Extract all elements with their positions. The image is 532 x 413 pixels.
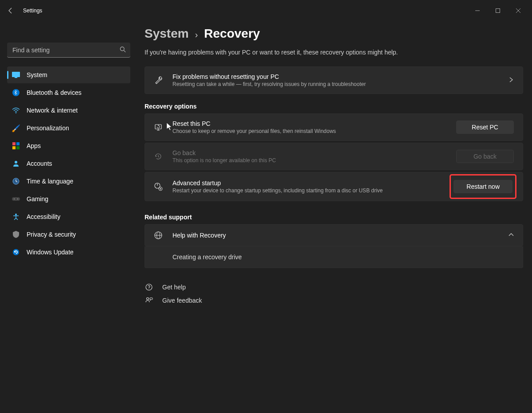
highlight-annotation: Restart now: [450, 174, 516, 199]
sidebar-item-system[interactable]: System: [7, 66, 130, 83]
svg-rect-1: [496, 9, 500, 13]
sidebar-item-update[interactable]: Windows Update: [7, 244, 130, 261]
breadcrumb-parent[interactable]: System: [145, 27, 189, 41]
maximize-button[interactable]: [488, 4, 508, 18]
sidebar-item-label: Network & internet: [27, 107, 78, 114]
card-title: Fix problems without resetting your PC: [172, 73, 503, 80]
svg-point-7: [16, 113, 16, 113]
history-icon: [154, 152, 163, 161]
svg-point-12: [15, 161, 17, 164]
card-title: Reset this PC: [172, 120, 456, 127]
sidebar-item-apps[interactable]: Apps: [7, 137, 130, 154]
chevron-right-icon: [509, 77, 514, 84]
shield-icon: [12, 230, 20, 239]
sidebar-item-label: Personalization: [27, 125, 69, 132]
sidebar-item-label: Windows Update: [27, 249, 74, 256]
advanced-startup-card: Advanced startup Restart your device to …: [145, 172, 523, 201]
sidebar-item-label: Bluetooth & devices: [27, 89, 82, 96]
back-button[interactable]: [4, 4, 18, 18]
help-icon: [145, 283, 153, 291]
wrench-icon: [154, 76, 163, 85]
update-icon: [12, 248, 20, 257]
svg-rect-8: [12, 142, 16, 145]
minimize-button[interactable]: [467, 4, 488, 18]
svg-point-15: [14, 199, 15, 199]
wifi-icon: [12, 106, 20, 115]
sidebar-item-time[interactable]: Time & language: [7, 173, 130, 190]
link-label: Get help: [162, 284, 186, 291]
sidebar-item-personalization[interactable]: 🖌️ Personalization: [7, 120, 130, 136]
window-title: Settings: [23, 8, 42, 14]
titlebar: Settings: [0, 0, 532, 21]
card-title: Help with Recovery: [172, 232, 503, 239]
bluetooth-icon: [12, 88, 20, 97]
reset-pc-icon: [154, 123, 163, 132]
sidebar-item-label: Apps: [27, 142, 41, 149]
sidebar-item-label: Accounts: [27, 160, 52, 167]
section-heading-related: Related support: [145, 214, 523, 221]
support-links: Get help Give feedback: [145, 281, 523, 307]
svg-rect-10: [12, 146, 16, 149]
reset-pc-card: Reset this PC Choose to keep or remove y…: [145, 113, 523, 141]
sidebar-item-network[interactable]: Network & internet: [7, 102, 130, 119]
sidebar-item-label: System: [27, 71, 47, 78]
gaming-icon: [12, 195, 20, 203]
search-container: [7, 43, 130, 58]
apps-icon: [12, 141, 20, 150]
card-subtitle: Resetting can take a while — first, try …: [172, 81, 503, 87]
feedback-icon: [145, 296, 153, 304]
restart-now-button[interactable]: Restart now: [454, 180, 512, 193]
svg-point-28: [147, 298, 149, 300]
fix-problems-card[interactable]: Fix problems without resetting your PC R…: [145, 66, 523, 94]
search-input[interactable]: [7, 43, 130, 58]
sidebar-item-label: Gaming: [27, 195, 48, 203]
sidebar-item-gaming[interactable]: Gaming: [7, 191, 130, 207]
svg-rect-29: [150, 298, 153, 300]
sidebar-item-bluetooth[interactable]: Bluetooth & devices: [7, 84, 130, 101]
chevron-up-icon: [509, 232, 514, 239]
give-feedback-link[interactable]: Give feedback: [145, 294, 523, 307]
help-recovery-subitem[interactable]: Creating a recovery drive: [145, 246, 523, 268]
breadcrumb: System › Recovery: [145, 27, 523, 41]
sidebar-item-accessibility[interactable]: Accessibility: [7, 208, 130, 225]
accessibility-icon: [12, 212, 20, 221]
svg-rect-11: [16, 146, 20, 149]
sidebar-item-label: Time & language: [27, 178, 73, 185]
svg-point-22: [160, 188, 161, 190]
svg-rect-9: [16, 142, 20, 145]
card-subtitle: Restart your device to change startup se…: [172, 187, 452, 194]
link-label: Give feedback: [162, 297, 202, 304]
section-heading-recovery: Recovery options: [145, 103, 523, 110]
card-title: Go back: [172, 149, 456, 156]
svg-point-27: [149, 288, 149, 289]
chevron-right-icon: ›: [195, 30, 198, 40]
svg-point-16: [17, 199, 18, 199]
caption-controls: [467, 4, 528, 18]
content: System › Recovery If you're having probl…: [137, 21, 532, 413]
help-recovery-card[interactable]: Help with Recovery: [145, 224, 523, 246]
search-icon: [120, 47, 126, 54]
sidebar-item-label: Privacy & security: [27, 231, 76, 238]
go-back-button: Go back: [456, 150, 514, 163]
brush-icon: 🖌️: [12, 124, 20, 132]
card-title: Advanced startup: [172, 179, 452, 187]
nav-list: System Bluetooth & devices Network & int…: [7, 66, 130, 261]
globe-help-icon: [154, 231, 163, 240]
breadcrumb-current: Recovery: [204, 27, 260, 41]
page-subtitle: If you're having problems with your PC o…: [145, 49, 523, 56]
sidebar-item-accounts[interactable]: Accounts: [7, 155, 130, 172]
svg-point-17: [15, 214, 17, 215]
go-back-card: Go back This option is no longer availab…: [145, 143, 523, 170]
person-icon: [12, 159, 20, 168]
reset-pc-button[interactable]: Reset PC: [456, 121, 514, 134]
svg-point-2: [120, 47, 124, 51]
get-help-link[interactable]: Get help: [145, 281, 523, 294]
card-subtitle: Choose to keep or remove your personal f…: [172, 128, 456, 134]
display-icon: [12, 70, 20, 79]
svg-point-6: [12, 89, 20, 96]
sidebar: System Bluetooth & devices Network & int…: [0, 21, 137, 413]
card-subtitle: This option is no longer available on th…: [172, 157, 456, 164]
sidebar-item-privacy[interactable]: Privacy & security: [7, 226, 130, 243]
power-gear-icon: [154, 182, 163, 191]
close-button[interactable]: [508, 4, 528, 18]
